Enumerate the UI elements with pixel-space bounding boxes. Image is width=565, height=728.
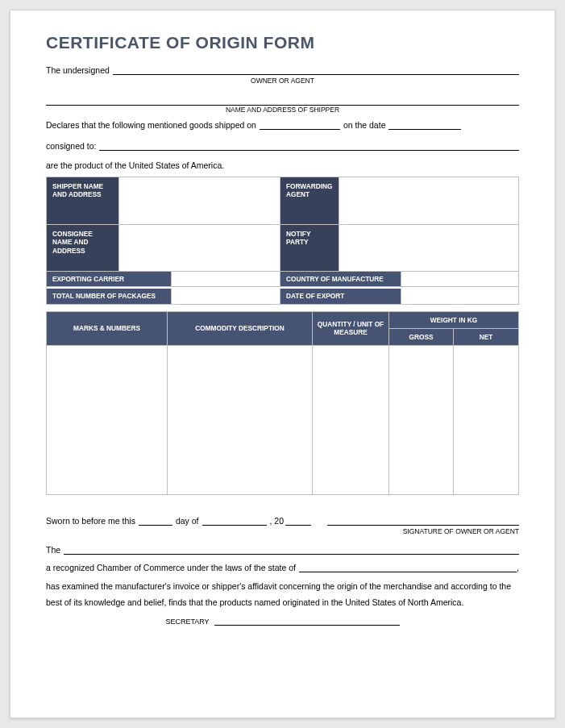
th-net: NET [454, 328, 519, 345]
year-prefix: , 20 [270, 516, 285, 526]
sworn-row: Sworn to before me this day of , 20 [46, 514, 519, 526]
exporting-carrier-label: EXPORTING CARRIER [47, 271, 172, 286]
signature-section: Sworn to before me this day of , 20 SIGN… [46, 514, 519, 626]
consigned-row: consigned to: [46, 139, 519, 151]
declares-prefix: Declares that the following mentioned go… [46, 120, 260, 130]
chamber-text: a recognized Chamber of Commerce under t… [46, 563, 299, 572]
cell-description[interactable] [168, 345, 313, 494]
date-export-value[interactable] [401, 289, 518, 303]
consignee-label: CONSIGNEE NAME AND ADDRESS [47, 224, 119, 271]
owner-agent-caption: OWNER OR AGENT [46, 77, 519, 85]
the-label: The [46, 545, 64, 555]
certificate-page: CERTIFICATE OF ORIGIN FORM The undersign… [10, 10, 555, 718]
cell-gross[interactable] [389, 345, 454, 494]
secretary-field[interactable] [214, 616, 400, 626]
th-marks-numbers: MARKS & NUMBERS [47, 311, 168, 345]
shipped-on-field[interactable] [260, 119, 340, 130]
cell-net[interactable] [454, 345, 519, 494]
total-packages-label: TOTAL NUMBER OF PACKAGES [47, 289, 172, 303]
info-row-carrier: EXPORTING CARRIER COUNTRY OF MANUFACTURE [47, 271, 518, 286]
product-of-text: are the product of the United States of … [46, 160, 519, 170]
table-row [47, 345, 519, 494]
date-field[interactable] [388, 119, 461, 130]
day-of-label: day of [176, 516, 199, 526]
consigned-field[interactable] [99, 139, 519, 151]
owner-signature-field[interactable] [327, 514, 519, 526]
consigned-label: consigned to: [46, 141, 99, 151]
signature-caption: SIGNATURE OF OWNER OR AGENT [46, 527, 519, 535]
info-row-consignee: CONSIGNEE NAME AND ADDRESS NOTIFY PARTY [47, 224, 518, 271]
sworn-prefix: Sworn to before me this [46, 516, 135, 526]
country-manufacture-value[interactable] [401, 271, 518, 286]
the-row: The [46, 543, 519, 555]
exporting-carrier-value[interactable] [172, 271, 280, 286]
th-commodity-description: COMMODITY DESCRIPTION [168, 311, 313, 345]
page-title: CERTIFICATE OF ORIGIN FORM [46, 33, 519, 52]
date-export-label: DATE OF EXPORT [280, 289, 401, 303]
state-field[interactable] [299, 561, 517, 572]
the-field[interactable] [64, 543, 519, 555]
notify-party-label: NOTIFY PARTY [280, 224, 339, 271]
shipper-name-field[interactable] [46, 94, 519, 106]
info-row-packages: TOTAL NUMBER OF PACKAGES DATE OF EXPORT [47, 289, 518, 303]
undersigned-field[interactable] [113, 64, 519, 75]
shipper-label: SHIPPER NAME AND ADDRESS [47, 177, 119, 224]
declares-row: Declares that the following mentioned go… [46, 119, 519, 130]
country-manufacture-label: COUNTRY OF MANUFACTURE [280, 271, 401, 286]
shipper-caption: NAME AND ADDRESS OF SHIPPER [46, 106, 519, 114]
sworn-year-field[interactable] [285, 525, 311, 526]
th-gross: GROSS [389, 328, 454, 345]
declares-suffix: on the date [340, 120, 389, 130]
th-quantity-uom: QUANTITY / UNIT OF MEASURE [313, 311, 389, 345]
cell-quantity[interactable] [313, 345, 389, 494]
commodity-table: MARKS & NUMBERS COMMODITY DESCRIPTION QU… [46, 311, 519, 495]
secretary-label: SECRETARY [165, 618, 209, 626]
undersigned-label: The undersigned [46, 65, 113, 75]
secretary-row: SECRETARY [46, 616, 519, 626]
undersigned-row: The undersigned [46, 64, 519, 75]
shipper-value[interactable] [119, 177, 280, 224]
sworn-month-field[interactable] [202, 525, 267, 526]
examined-text: has examined the manufacturer's invoice … [46, 579, 519, 611]
info-grid: SHIPPER NAME AND ADDRESS FORWARDING AGEN… [46, 177, 519, 305]
forwarding-agent-value[interactable] [339, 177, 518, 224]
cell-marks[interactable] [47, 345, 168, 494]
total-packages-value[interactable] [172, 289, 280, 303]
sworn-day-field[interactable] [139, 525, 172, 526]
chamber-row: a recognized Chamber of Commerce under t… [46, 561, 519, 572]
notify-party-value[interactable] [339, 224, 518, 271]
forwarding-agent-label: FORWARDING AGENT [280, 177, 339, 224]
th-weight-kg: WEIGHT IN KG [389, 311, 519, 328]
consignee-value[interactable] [119, 224, 280, 271]
info-row-shipper: SHIPPER NAME AND ADDRESS FORWARDING AGEN… [47, 177, 518, 224]
